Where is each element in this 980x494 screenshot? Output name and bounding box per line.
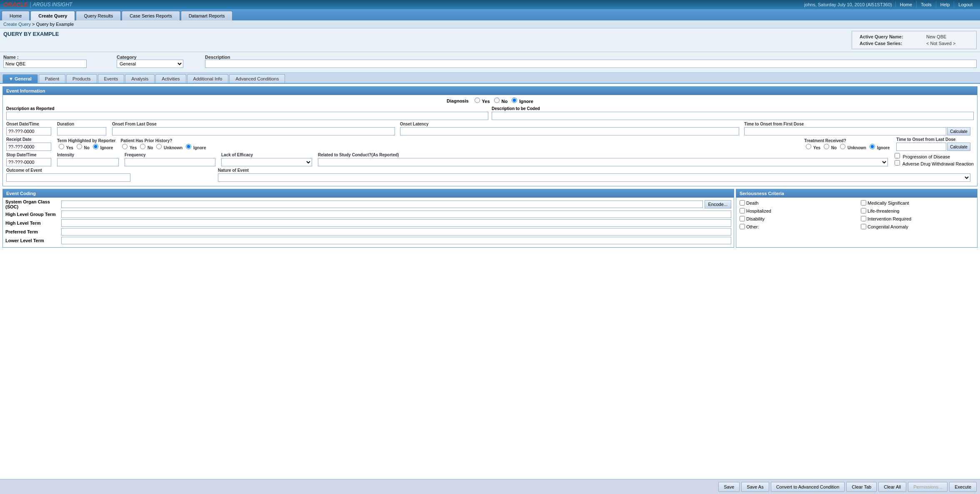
llt-row: Lower Level Term [5,237,731,244]
seriousness-header: Seriousness Criteria [736,189,977,198]
seriousness-right-col: Medically Significant Life-threatening I… [861,200,974,229]
term-no-radio[interactable] [77,144,82,149]
llt-label: Lower Level Term [5,238,60,243]
desc-reported-input[interactable] [6,112,488,120]
stop-date-input[interactable] [6,158,51,166]
encode-button[interactable]: Encode... [705,200,731,208]
breadcrumb: Create Query > Query by Example [0,20,980,28]
diagnosis-no-label: No [492,98,508,104]
clear-all-button[interactable]: Clear All [878,482,906,492]
adverse-checkbox[interactable] [895,160,900,166]
permissions-button[interactable]: Permissions... [908,482,948,492]
life-threatening-checkbox[interactable] [861,208,866,213]
progression-checkbox[interactable] [895,153,900,158]
event-info-section: Event Information Diagnosis Yes No Ignor… [2,86,978,186]
event-info-header: Event Information [3,87,977,95]
subtab-patient[interactable]: Patient [39,74,65,83]
outcome-label: Outcome of Event [6,168,131,173]
pt-input[interactable] [61,228,731,236]
duration-input[interactable] [57,127,106,135]
prior-ignore-label: Ignore [184,144,206,150]
time-last-dose-input[interactable] [896,143,946,151]
related-study-select[interactable] [318,158,888,166]
intervention-required-checkbox[interactable] [861,216,866,221]
tab-create-query[interactable]: Create Query [30,11,75,20]
time-first-dose-input[interactable] [744,127,946,135]
treat-ignore-radio[interactable] [870,144,875,149]
prior-ignore-radio[interactable] [186,144,191,149]
soc-input[interactable] [61,201,703,208]
pt-label: Preferred Term [5,229,60,234]
term-yes-radio[interactable] [59,144,64,149]
outcome-input[interactable] [6,173,130,182]
frequency-input[interactable] [125,158,215,166]
subtab-general[interactable]: ▼General [2,74,38,83]
other-checkbox[interactable] [740,224,745,229]
tab-datamart[interactable]: Datamart Reports [181,11,233,20]
treat-yes-radio[interactable] [806,144,811,149]
subtab-activities[interactable]: Activities [155,74,186,83]
subtab-events[interactable]: Events [98,74,125,83]
header-tools-link[interactable]: Tools [917,1,936,8]
onset-latency-input[interactable] [400,127,739,135]
intensity-input[interactable] [57,158,119,166]
calculate-first-dose-button[interactable]: Calculate [947,127,970,135]
save-button[interactable]: Save [718,482,740,492]
calculate-last-dose-button[interactable]: Calculate [947,143,970,151]
desc-coded-input[interactable] [492,112,974,120]
death-checkbox[interactable] [740,200,745,206]
convert-button[interactable]: Convert to Advanced Condition [771,482,845,492]
prior-yes-radio[interactable] [122,144,128,149]
header-logout-link[interactable]: Logout [954,1,977,8]
medically-significant-checkbox[interactable] [861,200,866,206]
term-yes-label: Yes [57,144,73,150]
prior-history-group: Patient Has Prior History? Yes No Unknow… [120,138,206,151]
active-query-box: Active Query Name: New QBE Active Case S… [852,31,977,49]
execute-button[interactable]: Execute [949,482,977,492]
sub-tabs: ▼General Patient Products Events Analysi… [0,73,980,84]
description-input[interactable] [205,60,977,68]
subtab-additional-info[interactable]: Additional Info [187,74,229,83]
treat-no-radio[interactable] [824,144,829,149]
treat-unknown-radio[interactable] [840,144,845,149]
subtab-advanced-conditions[interactable]: Advanced Conditions [229,74,285,83]
diagnosis-row: Diagnosis Yes No Ignore [6,98,974,104]
receipt-date-group: Receipt Date [6,137,52,151]
tab-home[interactable]: Home [2,11,30,20]
hospitalized-checkbox[interactable] [740,208,745,213]
death-item: Death [740,200,852,206]
hlt-input[interactable] [61,219,731,227]
disability-checkbox[interactable] [740,216,745,221]
diagnosis-no-radio[interactable] [494,98,500,103]
save-as-button[interactable]: Save As [741,482,769,492]
time-last-dose-label: Time to Onset from Last Dose [896,137,970,142]
clear-tab-button[interactable]: Clear Tab [846,482,877,492]
diagnosis-label: Diagnosis [447,98,469,103]
subtab-analysis[interactable]: Analysis [125,74,155,83]
header-home-link[interactable]: Home [896,1,917,8]
duration-label: Duration [57,122,107,126]
name-input[interactable] [3,60,87,68]
category-select[interactable]: General Private Public [117,60,183,68]
onset-date-input[interactable] [6,127,51,135]
header-help-link[interactable]: Help [936,1,955,8]
description-row: Description as Reported Description to b… [6,106,974,120]
diagnosis-yes-radio[interactable] [475,98,480,103]
prior-unknown-radio[interactable] [156,144,162,149]
hlgt-label: High Level Group Term [5,212,60,217]
tab-case-series[interactable]: Case Series Reports [122,11,180,20]
coding-body: System Organ Class(SOC) Encode... High L… [3,198,734,247]
diagnosis-ignore-radio[interactable] [512,98,517,103]
lack-efficacy-select[interactable] [221,158,312,166]
prior-no-radio[interactable] [140,144,145,149]
receipt-date-input[interactable] [6,143,51,151]
breadcrumb-create-query[interactable]: Create Query [3,22,31,27]
nature-select[interactable] [218,173,970,182]
tab-query-results[interactable]: Query Results [76,11,121,20]
subtab-products[interactable]: Products [66,74,97,83]
onset-last-dose-input[interactable] [112,127,395,135]
llt-input[interactable] [61,237,731,244]
term-ignore-radio[interactable] [93,144,98,149]
congenital-anomaly-checkbox[interactable] [861,224,866,229]
hlgt-input[interactable] [61,211,731,218]
